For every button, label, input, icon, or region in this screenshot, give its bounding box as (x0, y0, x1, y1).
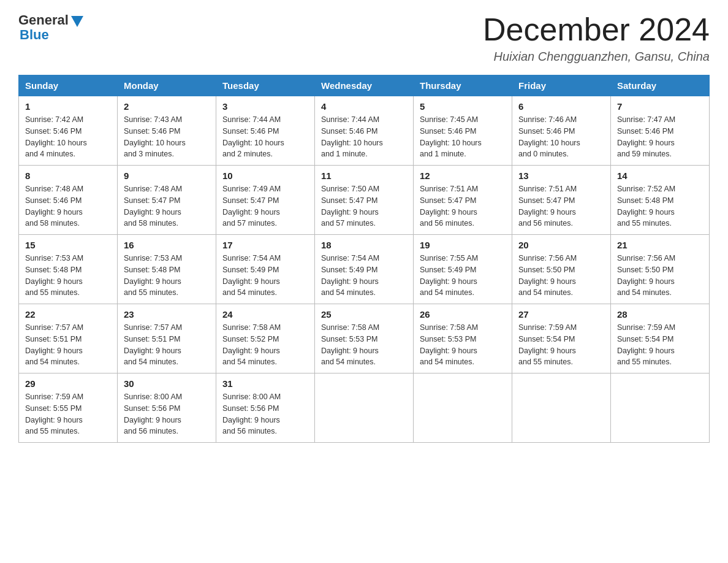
calendar-cell: 8Sunrise: 7:48 AM Sunset: 5:46 PM Daylig… (19, 166, 118, 235)
logo-blue-text: Blue (20, 27, 49, 43)
calendar-cell: 6Sunrise: 7:46 AM Sunset: 5:46 PM Daylig… (512, 96, 611, 166)
day-number: 17 (222, 240, 308, 250)
calendar-cell: 1Sunrise: 7:42 AM Sunset: 5:46 PM Daylig… (19, 96, 118, 166)
day-info: Sunrise: 7:48 AM Sunset: 5:47 PM Dayligh… (124, 183, 210, 229)
day-info: Sunrise: 7:44 AM Sunset: 5:46 PM Dayligh… (321, 114, 407, 160)
day-info: Sunrise: 7:56 AM Sunset: 5:50 PM Dayligh… (518, 253, 604, 299)
day-info: Sunrise: 7:52 AM Sunset: 5:48 PM Dayligh… (617, 183, 703, 229)
calendar-cell: 26Sunrise: 7:58 AM Sunset: 5:53 PM Dayli… (414, 304, 512, 373)
weekday-header-wednesday: Wednesday (315, 75, 414, 96)
day-number: 2 (124, 101, 210, 112)
day-number: 19 (420, 240, 506, 250)
day-number: 18 (321, 240, 407, 250)
calendar-cell: 16Sunrise: 7:53 AM Sunset: 5:48 PM Dayli… (118, 235, 216, 304)
day-info: Sunrise: 7:54 AM Sunset: 5:49 PM Dayligh… (321, 253, 407, 299)
day-number: 8 (25, 170, 111, 181)
day-number: 24 (222, 309, 308, 320)
calendar-cell: 29Sunrise: 7:59 AM Sunset: 5:55 PM Dayli… (19, 373, 118, 443)
calendar-cell: 7Sunrise: 7:47 AM Sunset: 5:46 PM Daylig… (611, 96, 710, 166)
day-number: 5 (420, 101, 506, 112)
day-info: Sunrise: 7:55 AM Sunset: 5:49 PM Dayligh… (420, 253, 506, 299)
day-number: 7 (617, 101, 703, 112)
calendar-cell: 23Sunrise: 7:57 AM Sunset: 5:51 PM Dayli… (118, 304, 216, 373)
day-number: 15 (25, 240, 111, 250)
day-number: 3 (222, 101, 308, 112)
day-info: Sunrise: 7:58 AM Sunset: 5:53 PM Dayligh… (420, 322, 506, 368)
day-info: Sunrise: 7:59 AM Sunset: 5:54 PM Dayligh… (617, 322, 703, 368)
day-info: Sunrise: 7:51 AM Sunset: 5:47 PM Dayligh… (518, 183, 604, 229)
day-info: Sunrise: 7:42 AM Sunset: 5:46 PM Dayligh… (25, 114, 111, 160)
calendar-cell: 20Sunrise: 7:56 AM Sunset: 5:50 PM Dayli… (512, 235, 611, 304)
day-info: Sunrise: 7:47 AM Sunset: 5:46 PM Dayligh… (617, 114, 703, 160)
day-info: Sunrise: 7:56 AM Sunset: 5:50 PM Dayligh… (617, 253, 703, 299)
location-title: Huixian Chengguanzhen, Gansu, China (483, 50, 710, 64)
calendar-cell: 3Sunrise: 7:44 AM Sunset: 5:46 PM Daylig… (216, 96, 315, 166)
day-info: Sunrise: 7:46 AM Sunset: 5:46 PM Dayligh… (518, 114, 604, 160)
calendar-cell (315, 373, 414, 443)
title-block: December 2024 Huixian Chengguanzhen, Gan… (483, 12, 710, 64)
week-row-5: 29Sunrise: 7:59 AM Sunset: 5:55 PM Dayli… (19, 373, 710, 443)
day-info: Sunrise: 8:00 AM Sunset: 5:56 PM Dayligh… (124, 391, 210, 437)
calendar-cell: 13Sunrise: 7:51 AM Sunset: 5:47 PM Dayli… (512, 166, 611, 235)
calendar-cell: 4Sunrise: 7:44 AM Sunset: 5:46 PM Daylig… (315, 96, 414, 166)
day-info: Sunrise: 7:58 AM Sunset: 5:52 PM Dayligh… (222, 322, 308, 368)
day-number: 25 (321, 309, 407, 320)
day-number: 28 (617, 309, 703, 320)
day-number: 23 (124, 309, 210, 320)
day-number: 27 (518, 309, 604, 320)
day-number: 12 (420, 170, 506, 181)
day-info: Sunrise: 7:59 AM Sunset: 5:54 PM Dayligh… (518, 322, 604, 368)
day-number: 6 (518, 101, 604, 112)
calendar-cell: 19Sunrise: 7:55 AM Sunset: 5:49 PM Dayli… (414, 235, 512, 304)
weekday-header-tuesday: Tuesday (216, 75, 315, 96)
day-number: 22 (25, 309, 111, 320)
calendar-cell: 21Sunrise: 7:56 AM Sunset: 5:50 PM Dayli… (611, 235, 710, 304)
day-info: Sunrise: 7:48 AM Sunset: 5:46 PM Dayligh… (25, 183, 111, 229)
calendar-cell: 9Sunrise: 7:48 AM Sunset: 5:47 PM Daylig… (118, 166, 216, 235)
weekday-header-monday: Monday (118, 75, 216, 96)
day-info: Sunrise: 7:44 AM Sunset: 5:46 PM Dayligh… (222, 114, 308, 160)
day-number: 30 (124, 378, 210, 389)
day-number: 4 (321, 101, 407, 112)
page-header: General Blue December 2024 Huixian Cheng… (18, 12, 710, 64)
day-info: Sunrise: 7:49 AM Sunset: 5:47 PM Dayligh… (222, 183, 308, 229)
calendar-cell: 30Sunrise: 8:00 AM Sunset: 5:56 PM Dayli… (118, 373, 216, 443)
calendar-cell: 15Sunrise: 7:53 AM Sunset: 5:48 PM Dayli… (19, 235, 118, 304)
day-number: 10 (222, 170, 308, 181)
day-number: 9 (124, 170, 210, 181)
calendar-cell: 31Sunrise: 8:00 AM Sunset: 5:56 PM Dayli… (216, 373, 315, 443)
day-info: Sunrise: 7:53 AM Sunset: 5:48 PM Dayligh… (124, 253, 210, 299)
day-info: Sunrise: 7:43 AM Sunset: 5:46 PM Dayligh… (124, 114, 210, 160)
day-number: 21 (617, 240, 703, 250)
weekday-header-row: SundayMondayTuesdayWednesdayThursdayFrid… (19, 75, 710, 96)
day-number: 16 (124, 240, 210, 250)
calendar-cell: 11Sunrise: 7:50 AM Sunset: 5:47 PM Dayli… (315, 166, 414, 235)
day-info: Sunrise: 7:45 AM Sunset: 5:46 PM Dayligh… (420, 114, 506, 160)
week-row-3: 15Sunrise: 7:53 AM Sunset: 5:48 PM Dayli… (19, 235, 710, 304)
calendar-cell: 5Sunrise: 7:45 AM Sunset: 5:46 PM Daylig… (414, 96, 512, 166)
calendar-cell (512, 373, 611, 443)
day-info: Sunrise: 7:53 AM Sunset: 5:48 PM Dayligh… (25, 253, 111, 299)
day-info: Sunrise: 7:57 AM Sunset: 5:51 PM Dayligh… (124, 322, 210, 368)
calendar-cell: 2Sunrise: 7:43 AM Sunset: 5:46 PM Daylig… (118, 96, 216, 166)
day-number: 29 (25, 378, 111, 389)
calendar-cell: 18Sunrise: 7:54 AM Sunset: 5:49 PM Dayli… (315, 235, 414, 304)
day-info: Sunrise: 7:54 AM Sunset: 5:49 PM Dayligh… (222, 253, 308, 299)
calendar-cell: 17Sunrise: 7:54 AM Sunset: 5:49 PM Dayli… (216, 235, 315, 304)
day-number: 1 (25, 101, 111, 112)
calendar-cell: 28Sunrise: 7:59 AM Sunset: 5:54 PM Dayli… (611, 304, 710, 373)
logo: General Blue (18, 12, 83, 43)
day-info: Sunrise: 7:59 AM Sunset: 5:55 PM Dayligh… (25, 391, 111, 437)
day-number: 11 (321, 170, 407, 181)
logo-triangle-icon (71, 16, 83, 27)
weekday-header-saturday: Saturday (611, 75, 710, 96)
calendar-cell: 27Sunrise: 7:59 AM Sunset: 5:54 PM Dayli… (512, 304, 611, 373)
day-info: Sunrise: 7:58 AM Sunset: 5:53 PM Dayligh… (321, 322, 407, 368)
month-title: December 2024 (483, 12, 710, 47)
calendar-cell: 22Sunrise: 7:57 AM Sunset: 5:51 PM Dayli… (19, 304, 118, 373)
calendar-cell (611, 373, 710, 443)
calendar-cell: 10Sunrise: 7:49 AM Sunset: 5:47 PM Dayli… (216, 166, 315, 235)
calendar-cell: 14Sunrise: 7:52 AM Sunset: 5:48 PM Dayli… (611, 166, 710, 235)
week-row-1: 1Sunrise: 7:42 AM Sunset: 5:46 PM Daylig… (19, 96, 710, 166)
weekday-header-friday: Friday (512, 75, 611, 96)
